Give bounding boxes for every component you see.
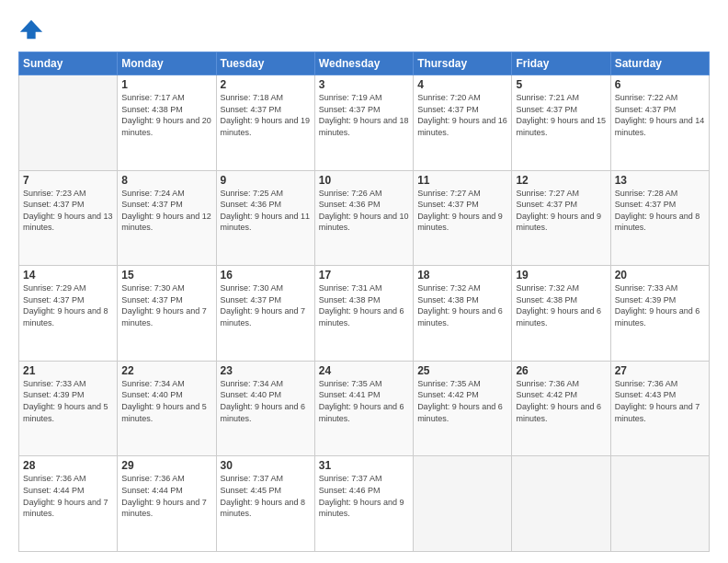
calendar-header-saturday: Saturday <box>610 52 709 75</box>
day-info: Sunrise: 7:33 AMSunset: 4:39 PMDaylight:… <box>23 378 113 424</box>
calendar-cell: 27Sunrise: 7:36 AMSunset: 4:43 PMDayligh… <box>610 361 709 456</box>
day-info: Sunrise: 7:37 AMSunset: 4:46 PMDaylight:… <box>319 473 409 519</box>
day-info: Sunrise: 7:20 AMSunset: 4:37 PMDaylight:… <box>417 92 507 138</box>
calendar-cell: 18Sunrise: 7:32 AMSunset: 4:38 PMDayligh… <box>414 266 512 362</box>
day-number: 7 <box>23 174 113 187</box>
day-info: Sunrise: 7:37 AMSunset: 4:45 PMDaylight:… <box>221 473 311 519</box>
day-info: Sunrise: 7:27 AMSunset: 4:37 PMDaylight:… <box>516 188 606 234</box>
day-number: 13 <box>615 174 705 187</box>
day-info: Sunrise: 7:23 AMSunset: 4:37 PMDaylight:… <box>23 188 113 234</box>
day-number: 23 <box>221 364 311 377</box>
calendar-cell <box>610 456 709 552</box>
calendar-cell: 20Sunrise: 7:33 AMSunset: 4:39 PMDayligh… <box>610 266 709 362</box>
calendar-header-tuesday: Tuesday <box>216 52 314 75</box>
calendar-cell: 26Sunrise: 7:36 AMSunset: 4:42 PMDayligh… <box>512 361 610 456</box>
day-number: 4 <box>417 78 507 91</box>
calendar-cell: 14Sunrise: 7:29 AMSunset: 4:37 PMDayligh… <box>19 266 118 362</box>
day-info: Sunrise: 7:36 AMSunset: 4:44 PMDaylight:… <box>23 473 113 519</box>
calendar-cell <box>19 75 118 171</box>
calendar-header-friday: Friday <box>512 52 610 75</box>
calendar-cell: 30Sunrise: 7:37 AMSunset: 4:45 PMDayligh… <box>216 456 314 552</box>
day-number: 30 <box>221 459 311 472</box>
day-number: 25 <box>417 364 507 377</box>
day-number: 21 <box>23 364 113 377</box>
day-number: 6 <box>615 78 705 91</box>
calendar-cell: 23Sunrise: 7:34 AMSunset: 4:40 PMDayligh… <box>216 361 314 456</box>
day-info: Sunrise: 7:21 AMSunset: 4:37 PMDaylight:… <box>516 92 606 138</box>
day-number: 26 <box>516 364 606 377</box>
logo <box>18 17 48 42</box>
day-number: 14 <box>23 269 113 282</box>
day-info: Sunrise: 7:29 AMSunset: 4:37 PMDaylight:… <box>23 282 113 328</box>
calendar-header-row: SundayMondayTuesdayWednesdayThursdayFrid… <box>19 52 710 75</box>
day-info: Sunrise: 7:31 AMSunset: 4:38 PMDaylight:… <box>319 282 409 328</box>
calendar-header-wednesday: Wednesday <box>314 52 413 75</box>
svg-marker-0 <box>20 20 42 40</box>
calendar-cell: 6Sunrise: 7:22 AMSunset: 4:37 PMDaylight… <box>610 75 709 171</box>
calendar-week-4: 21Sunrise: 7:33 AMSunset: 4:39 PMDayligh… <box>19 361 710 456</box>
calendar-cell: 8Sunrise: 7:24 AMSunset: 4:37 PMDaylight… <box>118 170 216 266</box>
header <box>18 17 710 42</box>
day-info: Sunrise: 7:22 AMSunset: 4:37 PMDaylight:… <box>615 92 705 138</box>
day-number: 22 <box>121 364 211 377</box>
day-number: 5 <box>516 78 606 91</box>
calendar-cell: 3Sunrise: 7:19 AMSunset: 4:37 PMDaylight… <box>314 75 413 171</box>
day-number: 29 <box>121 459 211 472</box>
calendar-cell <box>512 456 610 552</box>
day-number: 17 <box>319 269 409 282</box>
calendar-week-5: 28Sunrise: 7:36 AMSunset: 4:44 PMDayligh… <box>19 456 710 552</box>
day-number: 11 <box>417 174 507 187</box>
day-info: Sunrise: 7:32 AMSunset: 4:38 PMDaylight:… <box>417 282 507 328</box>
calendar-cell: 17Sunrise: 7:31 AMSunset: 4:38 PMDayligh… <box>314 266 413 362</box>
day-info: Sunrise: 7:30 AMSunset: 4:37 PMDaylight:… <box>221 282 311 328</box>
calendar-week-2: 7Sunrise: 7:23 AMSunset: 4:37 PMDaylight… <box>19 170 710 266</box>
day-number: 10 <box>319 174 409 187</box>
day-number: 28 <box>23 459 113 472</box>
calendar-header-monday: Monday <box>118 52 216 75</box>
day-info: Sunrise: 7:33 AMSunset: 4:39 PMDaylight:… <box>615 282 705 328</box>
day-info: Sunrise: 7:24 AMSunset: 4:37 PMDaylight:… <box>121 188 211 234</box>
calendar-cell: 21Sunrise: 7:33 AMSunset: 4:39 PMDayligh… <box>19 361 118 456</box>
day-info: Sunrise: 7:36 AMSunset: 4:43 PMDaylight:… <box>615 378 705 424</box>
calendar-table: SundayMondayTuesdayWednesdayThursdayFrid… <box>18 52 710 552</box>
calendar-week-3: 14Sunrise: 7:29 AMSunset: 4:37 PMDayligh… <box>19 266 710 362</box>
calendar-cell: 4Sunrise: 7:20 AMSunset: 4:37 PMDaylight… <box>414 75 512 171</box>
calendar-cell: 22Sunrise: 7:34 AMSunset: 4:40 PMDayligh… <box>118 361 216 456</box>
logo-icon <box>18 17 44 42</box>
page: SundayMondayTuesdayWednesdayThursdayFrid… <box>0 0 728 563</box>
calendar-cell: 15Sunrise: 7:30 AMSunset: 4:37 PMDayligh… <box>118 266 216 362</box>
day-info: Sunrise: 7:30 AMSunset: 4:37 PMDaylight:… <box>121 282 211 328</box>
day-number: 2 <box>221 78 311 91</box>
day-number: 12 <box>516 174 606 187</box>
day-info: Sunrise: 7:25 AMSunset: 4:36 PMDaylight:… <box>221 188 311 234</box>
day-number: 27 <box>615 364 705 377</box>
day-number: 18 <box>417 269 507 282</box>
day-info: Sunrise: 7:36 AMSunset: 4:44 PMDaylight:… <box>121 473 211 519</box>
day-number: 1 <box>121 78 211 91</box>
calendar-cell: 7Sunrise: 7:23 AMSunset: 4:37 PMDaylight… <box>19 170 118 266</box>
day-info: Sunrise: 7:27 AMSunset: 4:37 PMDaylight:… <box>417 188 507 234</box>
day-info: Sunrise: 7:35 AMSunset: 4:41 PMDaylight:… <box>319 378 409 424</box>
day-number: 9 <box>221 174 311 187</box>
day-info: Sunrise: 7:19 AMSunset: 4:37 PMDaylight:… <box>319 92 409 138</box>
calendar-cell: 11Sunrise: 7:27 AMSunset: 4:37 PMDayligh… <box>414 170 512 266</box>
calendar-cell: 25Sunrise: 7:35 AMSunset: 4:42 PMDayligh… <box>414 361 512 456</box>
day-number: 16 <box>221 269 311 282</box>
day-info: Sunrise: 7:35 AMSunset: 4:42 PMDaylight:… <box>417 378 507 424</box>
day-number: 19 <box>516 269 606 282</box>
calendar-cell: 13Sunrise: 7:28 AMSunset: 4:37 PMDayligh… <box>610 170 709 266</box>
day-info: Sunrise: 7:36 AMSunset: 4:42 PMDaylight:… <box>516 378 606 424</box>
day-info: Sunrise: 7:32 AMSunset: 4:38 PMDaylight:… <box>516 282 606 328</box>
calendar-cell: 2Sunrise: 7:18 AMSunset: 4:37 PMDaylight… <box>216 75 314 171</box>
calendar-cell: 29Sunrise: 7:36 AMSunset: 4:44 PMDayligh… <box>118 456 216 552</box>
calendar-header-sunday: Sunday <box>19 52 118 75</box>
calendar-cell: 9Sunrise: 7:25 AMSunset: 4:36 PMDaylight… <box>216 170 314 266</box>
calendar-cell: 16Sunrise: 7:30 AMSunset: 4:37 PMDayligh… <box>216 266 314 362</box>
calendar-cell: 24Sunrise: 7:35 AMSunset: 4:41 PMDayligh… <box>314 361 413 456</box>
calendar-cell: 12Sunrise: 7:27 AMSunset: 4:37 PMDayligh… <box>512 170 610 266</box>
calendar-cell: 28Sunrise: 7:36 AMSunset: 4:44 PMDayligh… <box>19 456 118 552</box>
day-number: 3 <box>319 78 409 91</box>
calendar-header-thursday: Thursday <box>414 52 512 75</box>
day-number: 15 <box>121 269 211 282</box>
day-info: Sunrise: 7:28 AMSunset: 4:37 PMDaylight:… <box>615 188 705 234</box>
